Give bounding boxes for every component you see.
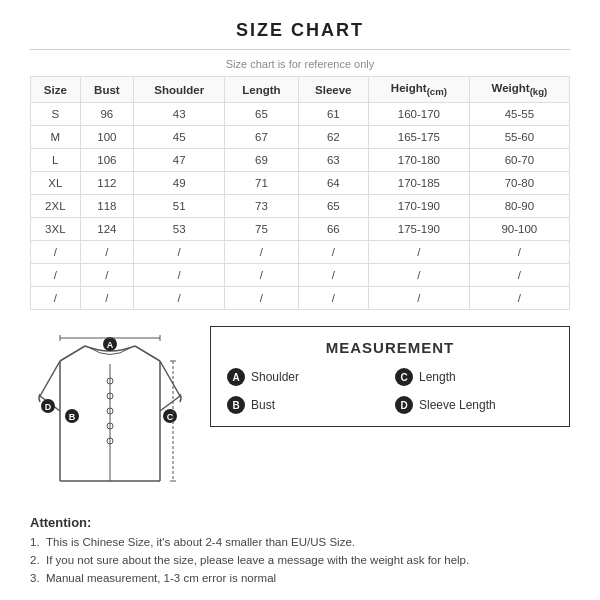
table-cell: / bbox=[31, 264, 81, 287]
table-cell: 65 bbox=[298, 195, 368, 218]
legend-label: Bust bbox=[251, 398, 275, 412]
svg-line-6 bbox=[160, 396, 180, 411]
svg-text:B: B bbox=[69, 412, 76, 422]
table-cell: / bbox=[80, 264, 134, 287]
table-cell: 170-190 bbox=[369, 195, 470, 218]
legend-label: Length bbox=[419, 370, 456, 384]
measurement-legend: MEASUREMENT A Shoulder C Length B Bust D… bbox=[210, 326, 570, 427]
table-cell: 3XL bbox=[31, 218, 81, 241]
table-cell: 73 bbox=[225, 195, 298, 218]
table-cell: 71 bbox=[225, 172, 298, 195]
subtitle: Size chart is for reference only bbox=[30, 58, 570, 70]
table-cell: XL bbox=[31, 172, 81, 195]
legend-badge: D bbox=[395, 396, 413, 414]
table-header-cell: Size bbox=[31, 77, 81, 103]
legend-item: C Length bbox=[395, 368, 553, 386]
table-cell: 62 bbox=[298, 126, 368, 149]
table-cell: / bbox=[80, 241, 134, 264]
legend-badge: B bbox=[227, 396, 245, 414]
table-cell: / bbox=[298, 264, 368, 287]
legend-grid: A Shoulder C Length B Bust D Sleeve Leng… bbox=[227, 368, 553, 414]
table-row: /////// bbox=[31, 264, 570, 287]
table-row: S96436561160-17045-55 bbox=[31, 103, 570, 126]
table-row: XL112497164170-18570-80 bbox=[31, 172, 570, 195]
table-cell: 43 bbox=[134, 103, 225, 126]
shirt-diagram: A B C D bbox=[30, 326, 190, 499]
table-cell: 66 bbox=[298, 218, 368, 241]
svg-line-2 bbox=[40, 361, 60, 396]
table-cell: / bbox=[369, 287, 470, 310]
table-cell: 118 bbox=[80, 195, 134, 218]
table-cell: 96 bbox=[80, 103, 134, 126]
svg-line-5 bbox=[160, 361, 180, 396]
table-cell: 69 bbox=[225, 149, 298, 172]
table-row: 3XL124537566175-19090-100 bbox=[31, 218, 570, 241]
table-cell: / bbox=[80, 287, 134, 310]
table-cell: / bbox=[225, 241, 298, 264]
legend-item: A Shoulder bbox=[227, 368, 385, 386]
measurement-section: A B C D MEASUREMENT bbox=[30, 326, 570, 499]
table-header-row: SizeBustShoulderLengthSleeveHeight(cm)We… bbox=[31, 77, 570, 103]
table-cell: 63 bbox=[298, 149, 368, 172]
attention-item: This is Chinese Size, it's about 2-4 sma… bbox=[30, 536, 570, 548]
table-cell: / bbox=[469, 264, 569, 287]
table-cell: 53 bbox=[134, 218, 225, 241]
table-header-cell: Sleeve bbox=[298, 77, 368, 103]
table-row: 2XL118517365170-19080-90 bbox=[31, 195, 570, 218]
table-cell: S bbox=[31, 103, 81, 126]
table-cell: 100 bbox=[80, 126, 134, 149]
table-cell: 112 bbox=[80, 172, 134, 195]
table-cell: 45-55 bbox=[469, 103, 569, 126]
table-cell: / bbox=[134, 264, 225, 287]
table-cell: 175-190 bbox=[369, 218, 470, 241]
table-cell: 51 bbox=[134, 195, 225, 218]
table-row: L106476963170-18060-70 bbox=[31, 149, 570, 172]
table-cell: / bbox=[225, 287, 298, 310]
svg-text:A: A bbox=[107, 340, 114, 350]
legend-item: D Sleeve Length bbox=[395, 396, 553, 414]
attention-item: If you not sure about the size, please l… bbox=[30, 554, 570, 566]
table-cell: / bbox=[225, 264, 298, 287]
top-divider bbox=[30, 49, 570, 50]
table-cell: 45 bbox=[134, 126, 225, 149]
legend-item: B Bust bbox=[227, 396, 385, 414]
table-cell: / bbox=[31, 287, 81, 310]
table-cell: 70-80 bbox=[469, 172, 569, 195]
table-cell: / bbox=[469, 241, 569, 264]
table-cell: / bbox=[298, 241, 368, 264]
table-row: /////// bbox=[31, 287, 570, 310]
table-cell: 80-90 bbox=[469, 195, 569, 218]
table-body: S96436561160-17045-55M100456762165-17555… bbox=[31, 103, 570, 310]
table-cell: 170-180 bbox=[369, 149, 470, 172]
attention-list: This is Chinese Size, it's about 2-4 sma… bbox=[30, 536, 570, 584]
page-title: SIZE CHART bbox=[30, 20, 570, 41]
table-header-cell: Bust bbox=[80, 77, 134, 103]
table-cell: 160-170 bbox=[369, 103, 470, 126]
table-cell: 60-70 bbox=[469, 149, 569, 172]
attention-title: Attention: bbox=[30, 515, 570, 530]
table-cell: L bbox=[31, 149, 81, 172]
table-cell: 75 bbox=[225, 218, 298, 241]
table-cell: / bbox=[134, 241, 225, 264]
table-cell: / bbox=[134, 287, 225, 310]
table-cell: / bbox=[298, 287, 368, 310]
table-cell: 90-100 bbox=[469, 218, 569, 241]
attention-item: Manual measurement, 1-3 cm error is norm… bbox=[30, 572, 570, 584]
table-cell: 49 bbox=[134, 172, 225, 195]
size-table: SizeBustShoulderLengthSleeveHeight(cm)We… bbox=[30, 76, 570, 310]
table-header-cell: Length bbox=[225, 77, 298, 103]
table-cell: 61 bbox=[298, 103, 368, 126]
svg-line-0 bbox=[60, 346, 85, 361]
table-cell: 47 bbox=[134, 149, 225, 172]
svg-text:D: D bbox=[45, 402, 52, 412]
table-header-cell: Shoulder bbox=[134, 77, 225, 103]
table-cell: M bbox=[31, 126, 81, 149]
table-header-cell: Weight(kg) bbox=[469, 77, 569, 103]
measurement-title: MEASUREMENT bbox=[227, 339, 553, 356]
table-cell: 67 bbox=[225, 126, 298, 149]
svg-line-1 bbox=[135, 346, 160, 361]
table-row: M100456762165-17555-60 bbox=[31, 126, 570, 149]
table-cell: / bbox=[469, 287, 569, 310]
table-row: /////// bbox=[31, 241, 570, 264]
table-cell: 106 bbox=[80, 149, 134, 172]
